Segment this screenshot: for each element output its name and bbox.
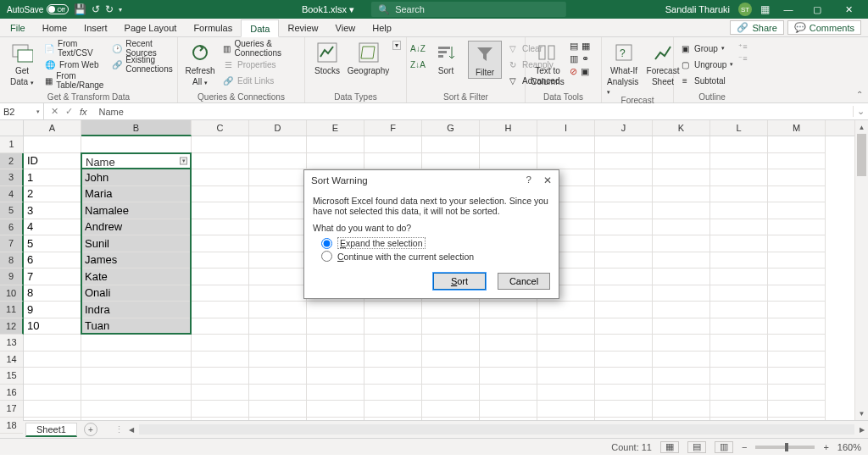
- column-header[interactable]: B: [81, 120, 192, 136]
- cell[interactable]: [249, 335, 307, 352]
- name-box[interactable]: B2▾: [0, 103, 44, 119]
- cell[interactable]: [710, 153, 768, 170]
- cell[interactable]: [192, 235, 249, 252]
- cell[interactable]: [364, 385, 422, 401]
- cell[interactable]: [768, 186, 826, 203]
- cell[interactable]: [422, 385, 480, 401]
- scroll-left-icon[interactable]: ◀: [125, 426, 137, 434]
- cell[interactable]: Maria: [81, 186, 192, 203]
- dialog-close-button[interactable]: ✕: [543, 174, 552, 186]
- cell[interactable]: [653, 368, 710, 385]
- row-header[interactable]: 15: [0, 368, 23, 385]
- column-header[interactable]: D: [249, 120, 307, 136]
- cell[interactable]: 10: [24, 318, 81, 335]
- cell[interactable]: [81, 418, 192, 421]
- recent-sources-button[interactable]: 🕑Recent Sources: [112, 41, 175, 56]
- cell[interactable]: [192, 136, 249, 153]
- cell[interactable]: [480, 401, 537, 418]
- row-header[interactable]: 18: [0, 418, 23, 435]
- radio-expand-selection[interactable]: Expand the selection: [313, 236, 550, 250]
- cell[interactable]: James: [81, 252, 192, 269]
- row-header[interactable]: 2: [0, 153, 24, 170]
- cell[interactable]: [768, 352, 826, 368]
- cell[interactable]: [653, 401, 710, 418]
- cell[interactable]: [422, 302, 480, 318]
- cell[interactable]: [710, 368, 768, 385]
- cell[interactable]: [422, 352, 480, 368]
- cell[interactable]: [24, 352, 81, 368]
- cell[interactable]: [249, 268, 307, 285]
- cell[interactable]: [364, 335, 422, 352]
- whatif-button[interactable]: ? What-If Analysis ▾: [607, 41, 641, 96]
- cell[interactable]: [653, 186, 710, 203]
- vertical-scrollbar[interactable]: ▲ ▼: [854, 120, 868, 420]
- tab-insert[interactable]: Insert: [75, 19, 116, 36]
- filter-button[interactable]: Filter: [468, 41, 502, 79]
- cell[interactable]: [480, 335, 537, 352]
- column-header[interactable]: M: [768, 120, 826, 136]
- datatypes-more-icon[interactable]: ▾: [392, 41, 401, 50]
- edit-links-button[interactable]: 🔗Edit Links: [222, 73, 299, 88]
- tab-help[interactable]: Help: [364, 19, 400, 36]
- stocks-button[interactable]: Stocks: [310, 41, 344, 75]
- cell[interactable]: [364, 302, 422, 318]
- dialog-sort-button[interactable]: Sort: [433, 273, 486, 290]
- cell[interactable]: [595, 302, 653, 318]
- group-button[interactable]: ▣Group ▾: [679, 41, 733, 56]
- column-header[interactable]: G: [422, 120, 480, 136]
- cell[interactable]: [595, 352, 653, 368]
- cell[interactable]: [192, 219, 249, 236]
- cell[interactable]: [480, 318, 537, 335]
- cell[interactable]: [24, 335, 81, 352]
- cell[interactable]: 4: [24, 219, 81, 236]
- tab-review[interactable]: Review: [279, 19, 326, 36]
- expand-formula-bar-icon[interactable]: ⌄: [853, 106, 868, 117]
- cell[interactable]: [364, 153, 422, 170]
- cell[interactable]: [364, 136, 422, 153]
- cell[interactable]: [710, 352, 768, 368]
- cell[interactable]: Kate: [81, 268, 192, 285]
- tab-page-layout[interactable]: Page Layout: [116, 19, 186, 36]
- cell[interactable]: [249, 235, 307, 252]
- column-header[interactable]: L: [710, 120, 768, 136]
- cell[interactable]: [710, 335, 768, 352]
- column-header[interactable]: F: [364, 120, 422, 136]
- cell[interactable]: [653, 235, 710, 252]
- scroll-up-icon[interactable]: ▲: [855, 120, 868, 134]
- cell[interactable]: [249, 385, 307, 401]
- cell[interactable]: [192, 335, 249, 352]
- maximize-button[interactable]: ▢: [807, 4, 827, 15]
- cell[interactable]: [537, 368, 595, 385]
- cell[interactable]: [192, 268, 249, 285]
- cell[interactable]: [537, 153, 595, 170]
- cell[interactable]: [307, 335, 364, 352]
- cell[interactable]: [768, 169, 826, 186]
- cell[interactable]: [307, 136, 364, 153]
- cell[interactable]: [537, 385, 595, 401]
- cell[interactable]: [192, 352, 249, 368]
- cell[interactable]: [537, 401, 595, 418]
- cell[interactable]: [480, 153, 537, 170]
- cell[interactable]: ID: [24, 153, 81, 170]
- cell[interactable]: [537, 136, 595, 153]
- cell[interactable]: [710, 202, 768, 219]
- cell[interactable]: [768, 202, 826, 219]
- cell[interactable]: [653, 169, 710, 186]
- row-header[interactable]: 9: [0, 268, 24, 285]
- column-header[interactable]: C: [192, 120, 249, 136]
- column-header[interactable]: J: [595, 120, 653, 136]
- cell[interactable]: [480, 352, 537, 368]
- cell[interactable]: [710, 302, 768, 318]
- column-header[interactable]: K: [653, 120, 710, 136]
- redo-icon[interactable]: ↻: [105, 3, 114, 15]
- properties-button[interactable]: ☰Properties: [222, 57, 299, 72]
- tab-home[interactable]: Home: [34, 19, 75, 36]
- cell[interactable]: [24, 401, 81, 418]
- existing-connections-button[interactable]: 🔗Existing Connections: [112, 57, 175, 72]
- cell[interactable]: [364, 401, 422, 418]
- cell[interactable]: [537, 318, 595, 335]
- cell[interactable]: [192, 302, 249, 318]
- column-header[interactable]: A: [24, 120, 81, 136]
- cell[interactable]: [24, 368, 81, 385]
- cell[interactable]: [192, 169, 249, 186]
